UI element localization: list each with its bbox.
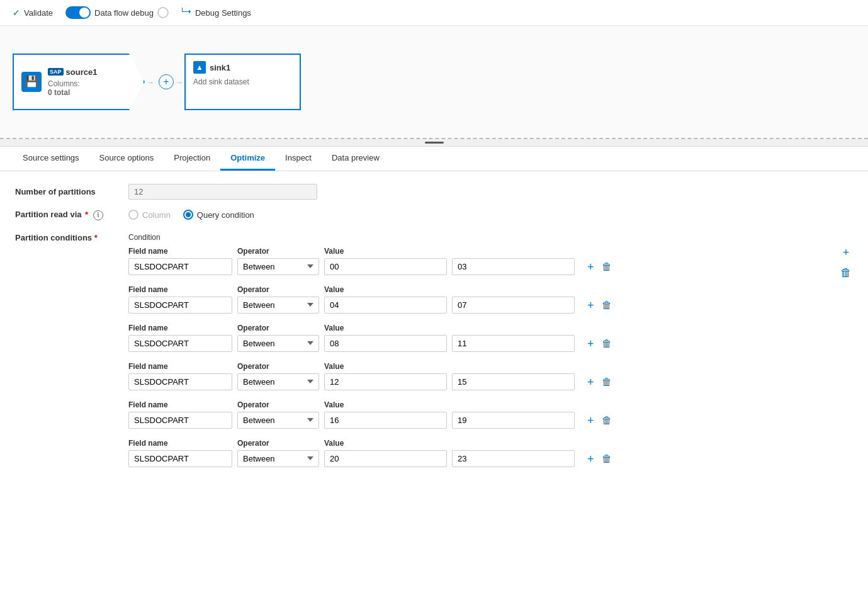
field-name-input-4[interactable] (128, 412, 232, 429)
validate-label: Validate (24, 8, 53, 18)
value-inputs-0 (324, 258, 575, 275)
value1-input-2[interactable] (324, 335, 447, 352)
tab-source-options[interactable]: Source options (89, 147, 164, 171)
sink-header: ▲ sink1 (193, 61, 292, 74)
row-add-button-4[interactable]: + (586, 414, 595, 427)
value2-input-2[interactable] (452, 335, 575, 352)
value-col-0: Value (324, 247, 575, 275)
arrow-icon: → (146, 77, 154, 87)
field-name-col-4: Field name (128, 400, 232, 429)
sink-add-label: Add sink dataset (193, 77, 292, 86)
field-name-label-0: Field name (128, 247, 232, 256)
row-delete-button-2[interactable]: 🗑 (600, 337, 613, 350)
operator-label-1: Operator (237, 285, 319, 294)
flow-container: 💾 SAP source1 Columns: 0 total → (13, 54, 301, 110)
data-flow-debug-label: Data flow debug (94, 8, 154, 18)
row-delete-button-5[interactable]: 🗑 (600, 453, 613, 465)
field-name-input-2[interactable] (128, 335, 232, 352)
tab-optimize[interactable]: Optimize (220, 147, 275, 171)
field-name-input-5[interactable] (128, 450, 232, 467)
partition-read-label: Partition read via * i (15, 210, 128, 220)
row-add-button-0[interactable]: + (586, 260, 595, 274)
row-delete-button-1[interactable]: 🗑 (600, 299, 613, 312)
value1-input-1[interactable] (324, 297, 447, 314)
operator-col-4: Operator BetweenEqualsGreater thanLess t… (237, 400, 319, 429)
minimize-bar[interactable] (0, 139, 868, 147)
radio-column[interactable]: Column (128, 210, 171, 220)
field-name-input-0[interactable] (128, 258, 232, 275)
sink-node[interactable]: ▲ sink1 Add sink dataset (184, 54, 301, 110)
tab-data-preview[interactable]: Data preview (322, 147, 390, 171)
value-label-3: Value (324, 362, 575, 371)
row-add-button-1[interactable]: + (586, 298, 595, 312)
value-col-1: Value (324, 285, 575, 314)
field-name-col-2: Field name (128, 324, 232, 352)
radio-column-label: Column (142, 210, 171, 220)
arrow-icon-2: → (175, 77, 183, 87)
row-delete-button-0[interactable]: 🗑 (600, 261, 613, 273)
condition-row-4: Field name Operator BetweenEqualsGreater… (128, 400, 831, 429)
source-columns-info: Columns: 0 total (48, 79, 97, 97)
value2-input-0[interactable] (452, 258, 575, 275)
source-db-icon: 💾 (21, 72, 42, 92)
value2-input-5[interactable] (452, 450, 575, 467)
row-actions-3: + 🗑 (586, 375, 613, 390)
value1-input-3[interactable] (324, 373, 447, 390)
validate-button[interactable]: ✓ Validate (13, 8, 53, 18)
value-inputs-5 (324, 450, 575, 467)
outer-delete-button[interactable]: 🗑 (839, 266, 853, 280)
radio-query-condition[interactable]: Query condition (183, 210, 254, 220)
operator-label-3: Operator (237, 362, 319, 371)
minimize-icon (425, 142, 444, 144)
debug-settings-icon: ⮡ (181, 7, 191, 18)
debug-loading-indicator (157, 7, 169, 18)
toolbar: ✓ Validate Data flow debug ⮡ Debug Setti… (0, 0, 868, 26)
condition-row-1: Field name Operator BetweenEqualsGreater… (128, 285, 831, 314)
row-delete-button-3[interactable]: 🗑 (600, 376, 613, 388)
tab-source-settings[interactable]: Source settings (13, 147, 89, 171)
value1-input-5[interactable] (324, 450, 447, 467)
value2-input-3[interactable] (452, 373, 575, 390)
source-node[interactable]: 💾 SAP source1 Columns: 0 total (13, 54, 145, 110)
value1-input-4[interactable] (324, 412, 447, 429)
operator-select-0[interactable]: BetweenEqualsGreater thanLess than (237, 258, 319, 275)
value-label-0: Value (324, 247, 575, 256)
value1-input-0[interactable] (324, 258, 447, 275)
toggle-switch[interactable] (65, 6, 91, 19)
condition-fields-5: Field name Operator BetweenEqualsGreater… (128, 439, 831, 467)
row-delete-button-4[interactable]: 🗑 (600, 414, 613, 427)
operator-select-3[interactable]: BetweenEqualsGreater thanLess than (237, 373, 319, 390)
tab-inspect[interactable]: Inspect (275, 147, 322, 171)
radio-group: Column Query condition (128, 210, 254, 220)
value-col-4: Value (324, 400, 575, 429)
field-name-input-3[interactable] (128, 373, 232, 390)
operator-select-5[interactable]: BetweenEqualsGreater thanLess than (237, 450, 319, 467)
tab-projection[interactable]: Projection (164, 147, 220, 171)
add-node-button[interactable]: + (159, 74, 174, 89)
operator-select-1[interactable]: BetweenEqualsGreater thanLess than (237, 297, 319, 314)
row-add-button-5[interactable]: + (586, 452, 595, 466)
operator-select-4[interactable]: BetweenEqualsGreater thanLess than (237, 412, 319, 429)
value2-input-1[interactable] (452, 297, 575, 314)
value-inputs-1 (324, 297, 575, 314)
operator-col-0: Operator BetweenEqualsGreater thanLess t… (237, 247, 319, 275)
operator-col-1: Operator BetweenEqualsGreater thanLess t… (237, 285, 319, 314)
field-name-label-4: Field name (128, 400, 232, 409)
field-name-input-1[interactable] (128, 297, 232, 314)
outer-add-button[interactable]: + (842, 246, 851, 259)
value-col-2: Value (324, 324, 575, 352)
field-name-label-5: Field name (128, 439, 232, 448)
condition-fields-2: Field name Operator BetweenEqualsGreater… (128, 324, 831, 352)
info-icon[interactable]: i (93, 210, 103, 220)
value2-input-4[interactable] (452, 412, 575, 429)
condition-header: Condition (128, 230, 831, 247)
row-add-button-2[interactable]: + (586, 337, 595, 351)
partitions-input[interactable] (128, 184, 317, 200)
value-inputs-4 (324, 412, 575, 429)
debug-settings-button[interactable]: ⮡ Debug Settings (181, 7, 251, 18)
field-name-col-1: Field name (128, 285, 232, 314)
required-indicator: * (82, 210, 88, 219)
row-add-button-3[interactable]: + (586, 375, 595, 389)
operator-select-2[interactable]: BetweenEqualsGreater thanLess than (237, 335, 319, 352)
data-flow-debug-toggle[interactable]: Data flow debug (65, 6, 169, 19)
